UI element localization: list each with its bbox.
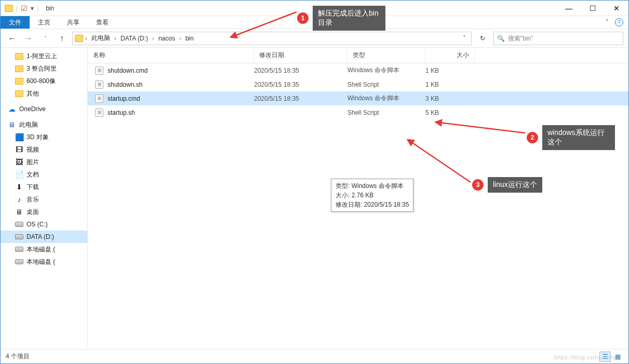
file-name: startup.sh [108,109,135,116]
table-row[interactable]: ⌘shutdown.sh2020/5/15 18:35Shell Script1… [88,77,628,91]
crumb-drive[interactable]: DATA (D:) [118,34,150,43]
refresh-button[interactable]: ↻ [476,32,489,45]
sidebar-item[interactable]: 本地磁盘 ( [1,255,87,268]
cloud-icon: ☁ [8,105,16,113]
sidebar-item-label: 1-阿里云上 [26,52,57,61]
sidebar-item[interactable]: 🖼图片 [1,156,87,168]
search-icon: 🔍 [497,35,505,42]
up-button[interactable]: ↑ [56,32,68,45]
minimize-button[interactable]: — [557,1,581,16]
crumb-thispc[interactable]: 此电脑 [89,33,112,44]
desk-icon: 🖥 [15,208,23,216]
annotation-label: 解压完成后进入bin目录 [313,6,385,31]
file-date: 2020/5/15 18:35 [254,95,347,102]
quick-access-toolbar: | ☑ ▾ | [1,4,43,12]
folder-icon [15,78,23,85]
drive-icon [15,234,23,239]
doc-icon: 📄 [15,170,23,179]
annotation-1: 1 解压完成后进入bin目录 [297,6,385,31]
ribbon-expand-icon[interactable]: ˅ [605,18,609,26]
sidebar-item[interactable]: 🖥桌面 [1,206,87,218]
sidebar-item-label: 3D 对象 [26,133,49,142]
tab-home[interactable]: 主页 [30,16,59,29]
sidebar-item[interactable]: 🟦3D 对象 [1,131,87,143]
file-icon: ⌘ [95,95,103,103]
qat-dropdown-icon[interactable]: ▾ [31,5,34,12]
forward-button[interactable]: → [22,32,35,45]
sidebar-item[interactable]: 1-阿里云上 [1,50,87,62]
sidebar-item-label: 600-800像 [26,77,56,86]
sidebar-item-label: 视频 [26,145,39,154]
drive-icon [15,247,23,252]
sidebar-item-label: 下载 [26,183,39,192]
divider: | [16,5,18,12]
file-name: startup.cmd [108,95,140,102]
back-button[interactable]: ← [6,32,18,45]
sidebar-item[interactable]: 其他 [1,87,87,100]
drive-icon [15,222,23,227]
sidebar-item-label: 音乐 [26,195,39,204]
check-icon[interactable]: ☑ [21,4,28,12]
chevron-right-icon[interactable]: › [151,35,155,42]
crumb-folder[interactable]: nacos [156,34,177,43]
video-icon: 🎞 [15,145,23,154]
annotation-badge: 3 [472,179,484,191]
file-icon: ⌘ [95,109,103,117]
annotation-label: linux运行这个 [488,177,542,193]
file-icon: ⌘ [95,80,103,89]
sidebar-item-label: 本地磁盘 ( [26,258,55,266]
search-box[interactable]: 🔍 [493,32,623,45]
file-tab[interactable]: 文件 [1,16,30,29]
table-row[interactable]: ⌘shutdown.cmd2020/5/15 18:35Windows 命令脚本… [88,63,628,77]
table-row[interactable]: ⌘startup.cmd2020/5/15 18:35Windows 命令脚本3… [88,91,628,105]
tab-view[interactable]: 查看 [88,16,117,29]
file-type: Shell Script [347,81,425,88]
chevron-right-icon[interactable]: › [178,35,182,42]
file-list: 名称 修改日期 类型 大小 ⌘shutdown.cmd2020/5/15 18:… [88,48,628,346]
file-type: Shell Script [347,109,425,116]
sidebar-item[interactable]: 600-800像 [1,75,87,87]
column-headers[interactable]: 名称 修改日期 类型 大小 [88,48,628,63]
sidebar-item-label: 此电脑 [19,120,38,129]
maximize-button[interactable]: ☐ [581,1,605,16]
sidebar-item[interactable]: 📄文档 [1,168,87,181]
recent-dropdown-icon[interactable]: ˅ [39,32,51,45]
window-title: bin [43,5,54,12]
sidebar-item[interactable]: 本地磁盘 ( [1,243,87,255]
tab-share[interactable]: 共享 [59,16,88,29]
crumb-folder[interactable]: bin [183,34,196,43]
chevron-right-icon[interactable]: › [84,35,88,42]
search-input[interactable] [508,35,620,42]
sidebar-item-label: 本地磁盘 ( [26,245,55,254]
sidebar-item[interactable]: DATA (D:) [1,231,87,243]
file-size: 5 KB [425,109,475,116]
folder-icon [75,35,83,42]
sidebar-item[interactable]: 🎞视频 [1,143,87,156]
close-button[interactable]: ✕ [605,1,628,16]
column-size[interactable]: 大小 [425,48,475,63]
sidebar-item-thispc[interactable]: 🖥 此电脑 [1,118,87,131]
file-type: Windows 命令脚本 [347,66,425,75]
table-row[interactable]: ⌘startup.shShell Script5 KB [88,105,628,119]
breadcrumb[interactable]: › 此电脑 › DATA (D:) › nacos › bin ˅ [72,32,472,45]
sidebar-item-label: OneDrive [19,105,46,113]
file-type: Windows 命令脚本 [347,94,425,103]
chevron-right-icon[interactable]: › [113,35,117,42]
column-name[interactable]: 名称 [88,48,254,63]
status-text: 4 个项目 [6,352,30,361]
file-name: shutdown.sh [108,81,142,88]
help-icon[interactable]: ? [615,18,623,26]
sidebar-item[interactable]: ♪音乐 [1,193,87,206]
pic-icon: 🖼 [15,158,23,166]
column-type[interactable]: 类型 [347,48,425,63]
address-dropdown-icon[interactable]: ˅ [460,35,469,42]
column-date[interactable]: 修改日期 [254,48,347,63]
computer-icon: 🖥 [8,120,16,129]
sidebar-item-onedrive[interactable]: ☁ OneDrive [1,103,87,115]
sidebar-item[interactable]: OS (C:) [1,218,87,231]
address-bar: ← → ˅ ↑ › 此电脑 › DATA (D:) › nacos › bin … [1,29,628,48]
file-icon: ⌘ [95,66,103,75]
navigation-pane[interactable]: 1-阿里云上3 整合阿里600-800像其他 ☁ OneDrive 🖥 此电脑 … [1,48,88,346]
sidebar-item[interactable]: 3 整合阿里 [1,62,87,75]
sidebar-item[interactable]: ⬇下载 [1,181,87,193]
